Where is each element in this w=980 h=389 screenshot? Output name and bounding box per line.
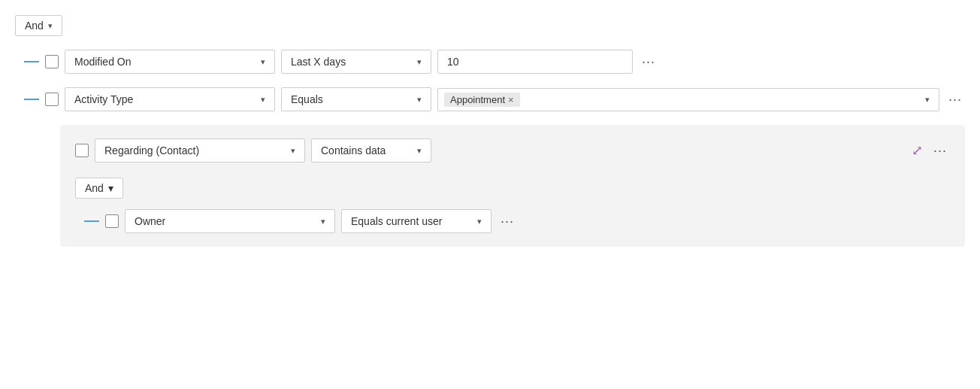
row2-operator-chevron-icon: ▾ xyxy=(417,95,422,105)
row1-value-input[interactable] xyxy=(437,50,633,74)
top-and-label: And xyxy=(25,20,44,32)
owner-field-label: Owner xyxy=(135,215,165,227)
top-and-button[interactable]: And ▾ xyxy=(15,15,62,36)
row2-tag-close-icon[interactable]: × xyxy=(508,95,514,105)
row1-connector-line xyxy=(24,61,39,62)
row2-field-chevron-icon: ▾ xyxy=(261,95,265,105)
owner-row: Owner ▾ Equals current user ▾ ··· xyxy=(75,209,950,233)
row1-operator-label: Last X days xyxy=(291,56,346,68)
owner-field-dropdown[interactable]: Owner ▾ xyxy=(125,209,335,233)
nested-checkbox[interactable] xyxy=(75,144,89,157)
owner-operator-chevron-icon: ▾ xyxy=(477,217,482,226)
row2-checkbox[interactable] xyxy=(45,93,59,106)
row2-tag: Appointment × xyxy=(444,93,520,107)
row2-tag-chevron-icon: ▾ xyxy=(922,92,933,108)
row2-operator-label: Equals xyxy=(291,93,323,105)
nested-block: Regarding (Contact) ▾ Contains data ▾ ⤢ … xyxy=(60,125,965,247)
row1-field-chevron-icon: ▾ xyxy=(261,57,265,67)
row2-tag-value: Appointment xyxy=(450,94,505,105)
nested-collapse-button[interactable]: ⤢ xyxy=(910,141,924,160)
top-and-chevron-icon: ▾ xyxy=(48,21,53,31)
nested-more-button[interactable]: ··· xyxy=(930,141,950,160)
sub-and-button[interactable]: And ▾ xyxy=(75,178,123,199)
filter-row-2: Activity Type ▾ Equals ▾ Appointment × ▾… xyxy=(15,87,965,111)
nested-field-dropdown[interactable]: Regarding (Contact) ▾ xyxy=(95,138,305,163)
nested-field-chevron-icon: ▾ xyxy=(291,146,295,156)
row2-connector-line xyxy=(24,99,39,100)
row1-more-button[interactable]: ··· xyxy=(639,53,658,71)
owner-checkbox[interactable] xyxy=(105,214,119,228)
row2-field-label: Activity Type xyxy=(74,93,133,105)
row2-more-button[interactable]: ··· xyxy=(945,90,965,109)
row1-field-dropdown[interactable]: Modified On ▾ xyxy=(65,50,275,74)
owner-connector-line xyxy=(84,220,99,222)
nested-operator-chevron-icon: ▾ xyxy=(417,146,422,156)
owner-more-button[interactable]: ··· xyxy=(498,212,517,231)
sub-and-label: And xyxy=(85,182,104,194)
row2-connector xyxy=(15,99,39,100)
nested-main-row: Regarding (Contact) ▾ Contains data ▾ ⤢ … xyxy=(75,138,950,163)
owner-operator-label: Equals current user xyxy=(351,215,442,227)
row2-field-dropdown[interactable]: Activity Type ▾ xyxy=(65,87,275,111)
row2-tag-input[interactable]: Appointment × ▾ xyxy=(437,88,939,111)
row1-field-label: Modified On xyxy=(74,56,131,68)
row1-operator-chevron-icon: ▾ xyxy=(417,57,422,67)
nested-operator-label: Contains data xyxy=(321,144,386,157)
owner-connector xyxy=(75,220,99,222)
row1-connector xyxy=(15,61,39,62)
owner-field-chevron-icon: ▾ xyxy=(321,217,325,226)
row1-checkbox[interactable] xyxy=(45,55,59,68)
row2-operator-dropdown[interactable]: Equals ▾ xyxy=(281,87,431,111)
nested-operator-dropdown[interactable]: Contains data ▾ xyxy=(311,138,431,163)
nested-field-label: Regarding (Contact) xyxy=(104,144,199,157)
filter-row-1: Modified On ▾ Last X days ▾ ··· xyxy=(15,50,965,74)
owner-operator-dropdown[interactable]: Equals current user ▾ xyxy=(341,209,492,233)
row1-operator-dropdown[interactable]: Last X days ▾ xyxy=(281,50,431,74)
sub-and-chevron-icon: ▾ xyxy=(108,182,113,194)
collapse-icon: ⤢ xyxy=(912,142,923,159)
